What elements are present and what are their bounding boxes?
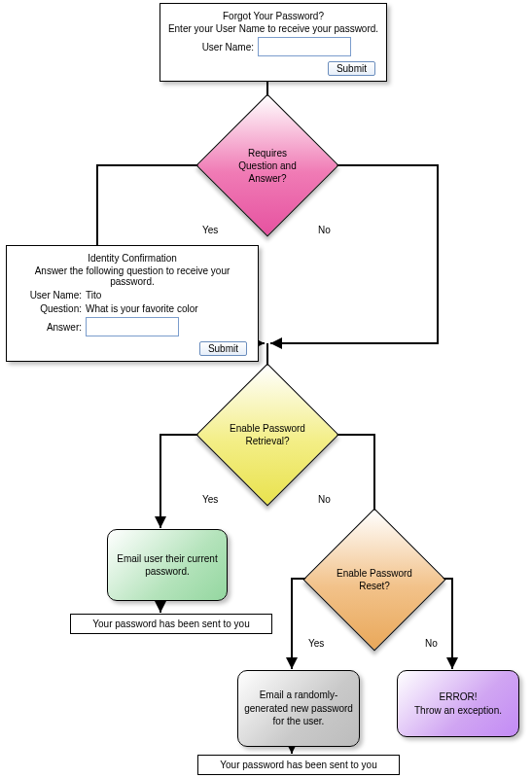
identity-question-label: Question: [23, 303, 82, 314]
form-sub: Enter your User Name to receive your pas… [165, 23, 381, 34]
forgot-password-form: Forgot Your Password? Enter your User Na… [160, 3, 387, 82]
form-title: Forgot Your Password? [165, 11, 381, 21]
action-text: Email a randomly-generated new password … [244, 689, 353, 728]
identity-title: Identity Confirmation [12, 253, 253, 264]
flowchart: Forgot Your Password? Enter your User Na… [0, 0, 532, 778]
edge-no-2: No [318, 494, 331, 505]
decision-label: Requires Question and Answer? [217, 115, 318, 216]
action-email-current: Email user their current password. [107, 529, 228, 601]
identity-question-value: What is your favorite color [86, 303, 198, 314]
edge-no-1: No [318, 225, 331, 235]
edge-yes-3: Yes [308, 638, 324, 649]
user-name-label: User Name: [195, 42, 254, 53]
decision-enable-retrieval: Enable Password Retrieval? [217, 384, 318, 485]
identity-sub: Answer the following question to receive… [12, 265, 253, 287]
identity-submit-button[interactable]: Submit [199, 341, 247, 356]
action-email-random: Email a randomly-generated new password … [237, 670, 360, 747]
submit-button[interactable]: Submit [328, 61, 375, 76]
edge-yes-1: Yes [202, 225, 218, 235]
decision-requires-question: Requires Question and Answer? [217, 115, 318, 216]
message-sent-2: Your password has been sent to you [197, 755, 400, 775]
action-text: ERROR! Throw an exception. [414, 690, 502, 717]
decision-label: Enable Password Reset? [324, 529, 425, 630]
edge-yes-2: Yes [202, 494, 218, 505]
action-text: Email user their current password. [114, 552, 221, 579]
action-error: ERROR! Throw an exception. [397, 670, 519, 737]
identity-answer-label: Answer: [23, 322, 82, 333]
identity-user-label: User Name: [23, 290, 82, 301]
message-sent-1: Your password has been sent to you [70, 614, 272, 634]
user-name-input[interactable] [258, 37, 351, 56]
decision-label: Enable Password Retrieval? [217, 384, 318, 485]
decision-enable-reset: Enable Password Reset? [324, 529, 425, 630]
answer-input[interactable] [86, 317, 179, 336]
edge-no-3: No [425, 638, 438, 649]
identity-user-value: Tito [86, 290, 101, 301]
identity-confirmation-form: Identity Confirmation Answer the followi… [6, 245, 259, 362]
